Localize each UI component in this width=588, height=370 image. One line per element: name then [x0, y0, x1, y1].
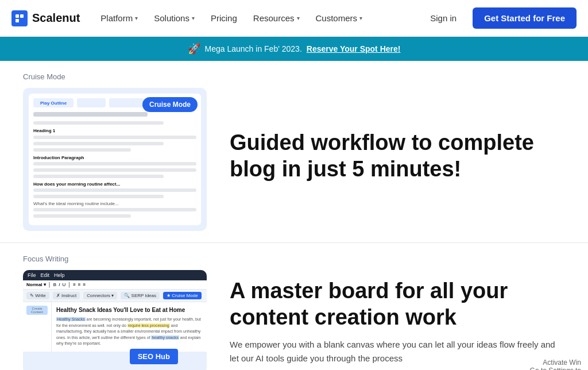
cruise-mode-mockup-inner: Play Outline Heading 1: [29, 94, 201, 225]
focus-writing-toolbar: ✎ Write ✗ Instruct Connectors ▾ 🔍 SERP I…: [23, 290, 207, 302]
cruise-mode-heading: Guided workflow to complete blog in just…: [230, 130, 565, 182]
chevron-down-icon: ▾: [297, 15, 300, 21]
seo-hub-badge: SEO Hub: [130, 349, 178, 364]
chevron-down-icon: ▾: [359, 15, 362, 21]
focus-writing-text: A master board for all your content crea…: [230, 278, 565, 365]
activate-windows-subtext: Go to Settings to: [530, 367, 581, 370]
nav-item-platform[interactable]: Platform ▾: [94, 9, 145, 28]
cruise-mode-section: Cruise Mode Play Outline: [0, 61, 588, 243]
focus-writing-image: File Edit Help Normal ▾ │ B I U │ ≡: [23, 270, 207, 370]
navbar-actions: Sign in Get Started for Free: [421, 7, 577, 29]
focus-format-toolbar: Normal ▾ │ B I U │ ≡ ≡ ≡: [23, 280, 207, 290]
activate-windows-overlay: Activate Win Go to Settings to: [523, 354, 588, 370]
cruise-mode-content: Play Outline Heading 1: [23, 88, 565, 231]
connectors-btn[interactable]: Connectors ▾: [83, 292, 117, 299]
focus-writing-heading: A master board for all your content crea…: [230, 278, 565, 330]
cruise-mode-mockup: Play Outline Heading 1: [23, 88, 207, 231]
instruct-btn[interactable]: ✗ Instruct: [53, 292, 80, 299]
cruise-mode-image: Play Outline Heading 1: [23, 88, 207, 231]
focus-writing-content: File Edit Help Normal ▾ │ B I U │ ≡: [23, 270, 565, 370]
svg-rect-2: [16, 19, 19, 22]
write-btn[interactable]: ✎ Write: [26, 292, 49, 299]
promo-banner: 🚀 Mega Launch in Feb' 2023. Reserve Your…: [0, 37, 588, 61]
focus-article-content: Healthy Snack Ideas You'll Love to Eat a…: [52, 302, 207, 352]
logo-link[interactable]: Scalenut: [11, 10, 80, 26]
focus-mockup-header: File Edit Help: [23, 270, 207, 280]
article-body: Healthy Snacks are becoming increasingly…: [56, 317, 202, 347]
focus-writing-mockup: File Edit Help Normal ▾ │ B I U │ ≡: [23, 270, 207, 370]
cruise-mode-text: Guided workflow to complete blog in just…: [230, 130, 565, 189]
logo-icon: [11, 10, 28, 26]
cruise-mode-badge: Cruise Mode: [142, 97, 198, 112]
chevron-down-icon: ▾: [135, 15, 138, 21]
article-title: Healthy Snack Ideas You'll Love to Eat a…: [56, 307, 202, 313]
nav-item-customers[interactable]: Customers ▾: [309, 9, 370, 28]
rocket-icon: 🚀: [188, 43, 200, 55]
main-content: Cruise Mode Play Outline: [0, 61, 588, 370]
navbar: Scalenut Platform ▾ Solutions ▾ Pricing …: [0, 0, 588, 37]
chevron-down-icon: ▾: [192, 15, 195, 21]
svg-rect-0: [16, 14, 19, 18]
logo-text: Scalenut: [32, 11, 80, 25]
nav-item-resources[interactable]: Resources ▾: [246, 9, 307, 28]
activate-windows-text: Activate Win: [530, 359, 581, 367]
focus-mockup-body: Normal ▾ │ B I U │ ≡ ≡ ≡ ✎ Write ✗: [23, 280, 207, 352]
focus-sidebar: CreateContent: [23, 302, 52, 352]
svg-rect-1: [20, 14, 24, 18]
serp-ideas-btn[interactable]: 🔍 SERP Ideas: [121, 292, 160, 299]
promo-text: Mega Launch in Feb' 2023.: [205, 44, 302, 53]
signin-button[interactable]: Sign in: [421, 9, 466, 28]
cruise-mode-label: Cruise Mode: [23, 72, 565, 81]
nav-item-pricing[interactable]: Pricing: [204, 9, 244, 28]
get-started-button[interactable]: Get Started for Free: [473, 7, 577, 29]
promo-link[interactable]: Reserve Your Spot Here!: [307, 44, 401, 53]
focus-writing-description: We empower you with a blank canvas where…: [230, 338, 565, 365]
focus-writing-label: Focus Writing: [23, 255, 565, 263]
focus-editor-area: CreateContent Healthy Snack Ideas You'll…: [23, 302, 207, 352]
nav-menu: Platform ▾ Solutions ▾ Pricing Resources…: [94, 9, 421, 28]
focus-writing-section: Focus Writing File Edit Help Normal ▾ │ …: [0, 243, 588, 370]
cruise-mode-toolbar-btn[interactable]: ★ Cruise Mode: [163, 292, 202, 299]
nav-item-solutions[interactable]: Solutions ▾: [147, 9, 202, 28]
